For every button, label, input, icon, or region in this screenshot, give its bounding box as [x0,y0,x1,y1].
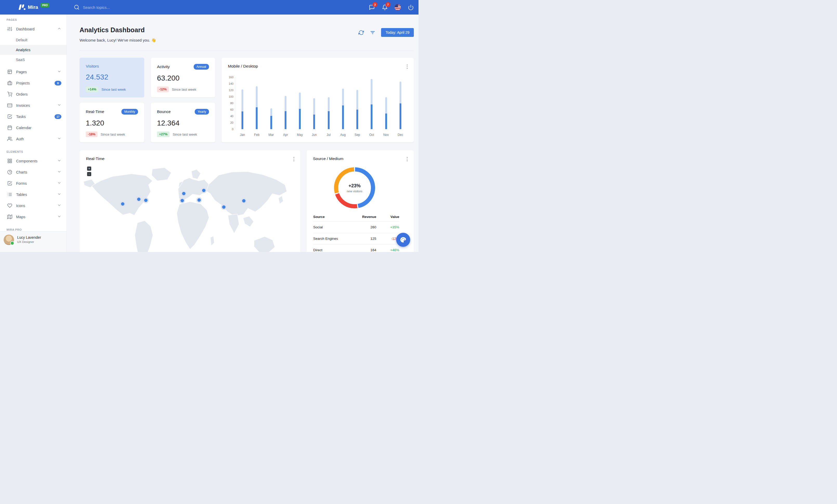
analytics-dashboard-screen: Mira PRO 3 7 PAGESDashboardDefaul [0,0,418,252]
map-visitor-marker[interactable] [202,189,206,192]
sidebar: PAGESDashboardDefaultAnalyticsSaaSPagesP… [0,15,67,252]
stat-card-bounce: BounceYearly 12.364 +27%Since last week [151,102,215,142]
map-zoom-in-button[interactable]: + [87,167,91,171]
stacked-bar-jan [242,89,243,129]
sidebar-item-auth[interactable]: Auth [0,133,67,145]
language-button[interactable] [395,4,401,11]
sidebar-item-invoices[interactable]: Invoices [0,100,67,111]
sidebar-item-label: Dashboard [16,27,35,31]
x-tick-label: Jun [307,133,321,137]
pro-badge: PRO [40,3,49,7]
sidebar-item-tables[interactable]: Tables [0,189,67,200]
x-tick-label: Oct [364,133,379,137]
sidebar-subitem-saas[interactable]: SaaS [0,55,67,65]
sidebar-item-label: Pages [16,70,27,74]
brand[interactable]: Mira PRO [18,0,49,15]
source-table-header: Source Revenue Value [313,212,399,221]
theme-settings-fab[interactable] [396,233,410,247]
chev-down-icon [57,181,61,185]
source-table-body: Social260+35%Search Engines125-12%Direct… [313,221,399,252]
stacked-bar-apr [285,96,286,129]
map-visitor-marker[interactable] [182,192,185,195]
sidebar-item-icons[interactable]: Icons [0,200,67,211]
date-range-button[interactable]: Today: April 29 [381,28,414,37]
x-tick-label: Jul [322,133,336,137]
search-input[interactable] [83,5,156,10]
sidebar-item-dashboard[interactable]: Dashboard [0,23,67,35]
map-visitor-marker[interactable] [181,199,184,202]
stat-card-visitors: Visitors 24.532 +14%Since last week [79,58,144,97]
sidebar-item-charts[interactable]: Charts [0,167,67,178]
navbar-actions: 3 7 [369,0,414,15]
sidebar-item-forms[interactable]: Forms [0,178,67,189]
messages-button[interactable]: 3 [369,4,375,11]
stat-value: 63.200 [157,74,209,82]
source-medium-title: Source / Medium [313,156,343,161]
map-zoom-out-button[interactable]: - [87,172,91,176]
sidebar-item-components[interactable]: Components [0,155,67,167]
chev-down-icon [57,214,61,219]
stacked-bar-oct [371,79,373,129]
x-tick-label: Feb [250,133,264,137]
map-visitor-marker[interactable] [242,199,246,203]
sidebar-item-projects[interactable]: Projects8 [0,77,67,89]
bar-mobile-segment [270,116,272,129]
source-cell: Direct [313,248,352,252]
avatar [4,235,14,245]
bar-mobile-segment [371,105,373,129]
sidebar-section-label: PAGES [0,15,67,23]
sidebar-item-calendar[interactable]: Calendar [0,122,67,133]
y-tick-label: 80 [225,101,233,105]
sidebar-item-label: Invoices [16,104,30,108]
stacked-bar-aug [342,89,344,129]
sidebar-item-pages[interactable]: Pages [0,66,67,77]
sidebar-item-orders[interactable]: Orders [0,89,67,100]
donut-center-value: +23% [349,183,361,189]
sidebar-subitem-default[interactable]: Default [0,35,67,45]
top-navbar: Mira PRO 3 7 [0,0,418,15]
bar-mobile-segment [242,111,243,129]
chev-up-icon [57,26,61,31]
heart-icon [7,203,12,208]
messages-count-badge: 3 [373,2,377,7]
mobile-desktop-chart-card: Mobile / Desktop 160140120100806040200 J… [221,58,414,142]
source-medium-menu-button[interactable] [406,156,409,162]
col-revenue: Revenue [352,215,376,219]
stacked-bar-feb [256,86,257,129]
map-visitor-marker[interactable] [121,202,125,206]
page-subtitle: Welcome back, Lucy! We've missed you. 👋 [79,38,156,43]
palette-icon [400,237,407,243]
sidebar-item-label: Calendar [16,126,32,130]
sidebar-subitem-analytics[interactable]: Analytics [0,45,67,55]
page-title: Analytics Dashboard [79,26,145,34]
refresh-button[interactable] [358,30,364,35]
map-visitor-marker[interactable] [198,199,201,202]
col-value: Value [376,215,399,219]
logout-button[interactable] [408,4,414,11]
stat-note: Since last week [101,132,125,136]
header-divider [79,50,414,51]
y-tick-label: 160 [225,76,233,79]
world-map [79,161,301,252]
sidebar-item-label: Icons [16,204,25,208]
us-flag-icon [395,4,401,11]
stat-delta-badge: +27% [157,131,170,137]
map-visitor-marker[interactable] [144,199,148,202]
y-tick-label: 0 [225,128,233,131]
map-visitor-marker[interactable] [137,198,141,201]
sidebar-item-label: Orders [16,92,28,96]
chart-menu-button[interactable] [406,63,409,70]
y-tick-label: 20 [225,121,233,124]
source-table-row: Social260+35% [313,221,399,233]
notifications-button[interactable]: 7 [381,4,388,11]
sidebar-item-tasks[interactable]: Tasks17 [0,111,67,122]
value-cell: +46% [376,248,399,252]
stacked-bar-dec [399,81,401,129]
sidebar-item-maps[interactable]: Maps [0,211,67,222]
revenue-cell: 260 [352,225,376,229]
filter-button[interactable] [370,30,375,35]
map-visitor-marker[interactable] [222,205,226,209]
x-tick-label: Dec [393,133,408,137]
sidebar-profile[interactable]: Lucy Lavender UX Designer [0,231,67,252]
sidebar-item-label: Projects [16,81,30,85]
